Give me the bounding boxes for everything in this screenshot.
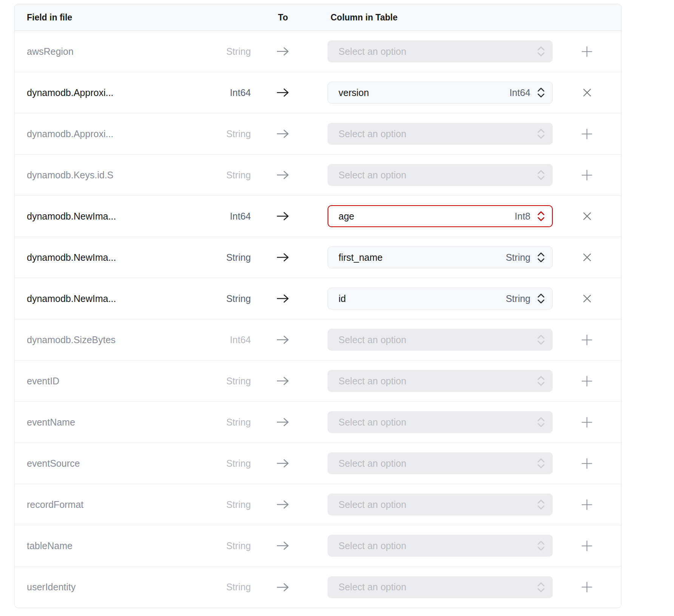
field-type: String bbox=[226, 293, 251, 304]
column-select[interactable]: Select an option bbox=[328, 494, 553, 515]
column-select-value: Select an option bbox=[339, 334, 536, 345]
add-mapping-button[interactable] bbox=[576, 164, 598, 186]
column-select[interactable]: id String bbox=[328, 288, 553, 310]
column-select-value: Select an option bbox=[339, 458, 536, 469]
header-to: To bbox=[251, 12, 315, 23]
field-name: tableName bbox=[27, 540, 73, 551]
field-name: dynamodb.SizeBytes bbox=[27, 334, 116, 345]
field-type: String bbox=[226, 499, 251, 510]
field-type: Int64 bbox=[230, 211, 251, 222]
column-select-value: Select an option bbox=[339, 582, 536, 593]
column-select[interactable]: version Int64 bbox=[328, 82, 553, 104]
chevron-up-down-icon bbox=[536, 375, 546, 387]
column-select-type: String bbox=[506, 252, 530, 263]
arrow-right-icon bbox=[277, 129, 289, 139]
plus-icon bbox=[581, 334, 593, 346]
plus-icon bbox=[581, 540, 593, 552]
add-mapping-button[interactable] bbox=[576, 122, 598, 145]
mapping-row: dynamodb.NewIma... String first_name Str… bbox=[15, 237, 621, 278]
mapping-row: eventID String Select an option bbox=[15, 361, 621, 402]
field-type: String bbox=[226, 128, 251, 139]
field-type: String bbox=[226, 252, 251, 263]
plus-icon bbox=[581, 416, 593, 428]
mapping-row: dynamodb.Approxi... String Select an opt… bbox=[15, 113, 621, 155]
field-name: recordFormat bbox=[27, 499, 83, 510]
column-select[interactable]: Select an option bbox=[328, 329, 553, 351]
column-select-type: Int64 bbox=[509, 87, 530, 98]
field-type: String bbox=[226, 417, 251, 428]
field-name: userIdentity bbox=[27, 582, 76, 593]
remove-mapping-button[interactable] bbox=[576, 205, 598, 228]
plus-icon bbox=[581, 458, 593, 469]
column-select[interactable]: age Int8 bbox=[328, 205, 553, 227]
field-name: dynamodb.NewIma... bbox=[27, 252, 116, 263]
chevron-up-down-icon bbox=[536, 128, 546, 140]
mapping-row: tableName String Select an option bbox=[15, 525, 621, 566]
column-select[interactable]: Select an option bbox=[328, 576, 553, 598]
arrow-right-icon bbox=[277, 417, 289, 427]
table-header: Field in file To Column in Table bbox=[15, 4, 621, 31]
remove-mapping-button[interactable] bbox=[576, 81, 598, 104]
column-select[interactable]: Select an option bbox=[328, 535, 553, 557]
chevron-up-down-icon bbox=[536, 293, 546, 305]
field-name: eventName bbox=[27, 417, 75, 428]
remove-mapping-button[interactable] bbox=[576, 246, 598, 269]
field-type: String bbox=[226, 458, 251, 469]
plus-icon bbox=[581, 375, 593, 387]
column-select-type: Int8 bbox=[515, 211, 530, 222]
column-select-value: age bbox=[339, 211, 515, 222]
column-select[interactable]: Select an option bbox=[328, 40, 553, 62]
chevron-up-down-icon bbox=[536, 457, 546, 469]
field-type: String bbox=[226, 170, 251, 181]
field-name: eventSource bbox=[27, 458, 80, 469]
field-name: dynamodb.Approxi... bbox=[27, 128, 113, 139]
column-select[interactable]: Select an option bbox=[328, 123, 553, 145]
add-mapping-button[interactable] bbox=[576, 40, 598, 63]
column-select[interactable]: first_name String bbox=[328, 246, 553, 268]
chevron-up-down-icon bbox=[536, 334, 546, 346]
field-name: dynamodb.NewIma... bbox=[27, 293, 116, 304]
add-mapping-button[interactable] bbox=[576, 493, 598, 516]
add-mapping-button[interactable] bbox=[576, 328, 598, 351]
add-mapping-button[interactable] bbox=[576, 370, 598, 392]
field-type: String bbox=[226, 582, 251, 593]
plus-icon bbox=[581, 581, 593, 593]
mapping-row: dynamodb.NewIma... String id String bbox=[15, 278, 621, 319]
column-select[interactable]: Select an option bbox=[328, 411, 553, 433]
mapping-row: dynamodb.NewIma... Int64 age Int8 bbox=[15, 196, 621, 237]
column-select-value: Select an option bbox=[339, 499, 536, 510]
column-select-value: Select an option bbox=[339, 170, 536, 181]
close-icon bbox=[582, 88, 592, 98]
add-mapping-button[interactable] bbox=[576, 576, 598, 599]
field-mapping-table: Field in file To Column in Table awsRegi… bbox=[14, 4, 621, 608]
mapping-row: userIdentity String Select an option bbox=[15, 566, 621, 608]
column-select[interactable]: Select an option bbox=[328, 452, 553, 474]
add-mapping-button[interactable] bbox=[576, 534, 598, 557]
header-column-in-table: Column in Table bbox=[328, 12, 397, 23]
arrow-right-icon bbox=[277, 252, 289, 262]
chevron-up-down-icon bbox=[536, 45, 546, 57]
add-mapping-button[interactable] bbox=[576, 411, 598, 433]
arrow-right-icon bbox=[277, 211, 289, 221]
field-type: String bbox=[226, 376, 251, 387]
field-type: String bbox=[226, 540, 251, 551]
column-select[interactable]: Select an option bbox=[328, 164, 553, 186]
arrow-right-icon bbox=[277, 88, 289, 98]
mapping-rows: awsRegion String Select an option bbox=[15, 31, 621, 608]
add-mapping-button[interactable] bbox=[576, 452, 598, 475]
mapping-row: dynamodb.Keys.id.S String Select an opti… bbox=[15, 155, 621, 196]
field-type: Int64 bbox=[230, 87, 251, 98]
column-select[interactable]: Select an option bbox=[328, 370, 553, 392]
column-select-value: first_name bbox=[339, 252, 506, 263]
chevron-up-down-icon bbox=[536, 210, 546, 222]
mapping-row: awsRegion String Select an option bbox=[15, 31, 621, 72]
arrow-right-icon bbox=[277, 294, 289, 303]
column-select-value: Select an option bbox=[339, 128, 536, 139]
column-select-type: String bbox=[506, 293, 530, 304]
plus-icon bbox=[581, 128, 593, 140]
mapping-row: recordFormat String Select an option bbox=[15, 484, 621, 525]
field-name: dynamodb.Keys.id.S bbox=[27, 170, 113, 181]
field-name: dynamodb.Approxi... bbox=[27, 87, 113, 98]
remove-mapping-button[interactable] bbox=[576, 287, 598, 310]
close-icon bbox=[582, 211, 592, 221]
